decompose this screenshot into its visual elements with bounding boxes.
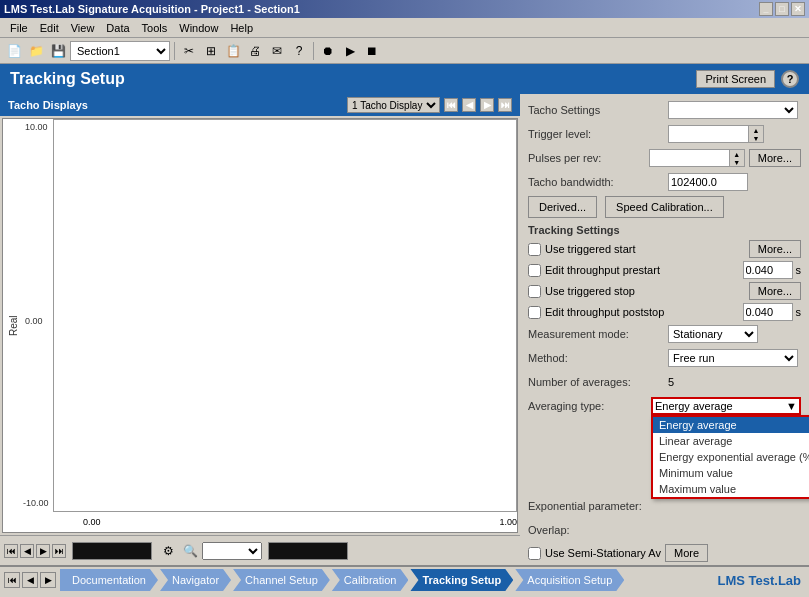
exp-param-label: Exponential parameter:	[528, 500, 668, 512]
measurement-mode-select[interactable]: Stationary	[668, 325, 758, 343]
record-button[interactable]: ⏺	[318, 41, 338, 61]
page-header: Tracking Setup Print Screen ?	[0, 64, 809, 94]
more-button-2[interactable]: More...	[749, 240, 801, 258]
edit-throughput-prestart-checkbox[interactable]	[528, 264, 541, 277]
dropdown-item-min-val[interactable]: Minimum value	[653, 465, 809, 481]
left-panel: Tacho Displays 1 Tacho Display ⏮ ◀ ▶ ⏭ R…	[0, 94, 520, 565]
x-axis: 0.00 1.00	[53, 512, 517, 532]
more-button-4[interactable]: More	[665, 544, 708, 562]
dropdown-item-linear-avg[interactable]: Linear average	[653, 433, 809, 449]
pulses-per-rev-spinner: ▲ ▼	[729, 149, 745, 167]
tacho-settings-select[interactable]	[668, 101, 798, 119]
open-button[interactable]: 📁	[26, 41, 46, 61]
section-select[interactable]: Section1	[70, 41, 170, 61]
edit-throughput-poststop-checkbox[interactable]	[528, 306, 541, 319]
menu-data[interactable]: Data	[100, 20, 135, 36]
menu-file[interactable]: File	[4, 20, 34, 36]
bc-settings-btn[interactable]: ⚙	[158, 541, 178, 561]
menu-tools[interactable]: Tools	[136, 20, 174, 36]
breadcrumb-items: Documentation Navigator Channel Setup Ca…	[60, 569, 717, 591]
bc-next-btn[interactable]: ▶	[36, 544, 50, 558]
semi-stationary-checkbox[interactable]	[528, 547, 541, 560]
tacho-nav-last[interactable]: ⏭	[498, 98, 512, 112]
main-content: Tacho Displays 1 Tacho Display ⏮ ◀ ▶ ⏭ R…	[0, 94, 809, 565]
menu-window[interactable]: Window	[173, 20, 224, 36]
chart-inner: 10.00 0.00 -10.00 0.00 1.00	[23, 119, 517, 532]
num-averages-row: Number of averages: 5	[528, 372, 801, 392]
derived-row: Derived... Speed Calibration...	[528, 196, 801, 218]
chart-grid	[53, 119, 517, 512]
help-toolbar-button[interactable]: ?	[289, 41, 309, 61]
progress-bar-right	[268, 542, 348, 560]
dropdown-item-energy-avg[interactable]: Energy average	[653, 417, 809, 433]
more-button-3[interactable]: More...	[749, 282, 801, 300]
minimize-button[interactable]: _	[759, 2, 773, 16]
pulses-down[interactable]: ▼	[730, 158, 744, 166]
nav-first-btn[interactable]: ⏮	[4, 572, 20, 588]
menu-edit[interactable]: Edit	[34, 20, 65, 36]
trigger-level-field[interactable]	[668, 125, 748, 143]
breadcrumb-tracking-setup[interactable]: Tracking Setup	[410, 569, 513, 591]
nav-next-btn[interactable]: ▶	[40, 572, 56, 588]
bottom-controls: ⏮ ◀ ▶ ⏭ ⚙ 🔍	[0, 535, 520, 565]
breadcrumb-channel-setup[interactable]: Channel Setup	[233, 569, 330, 591]
pulses-per-rev-input: ▲ ▼	[649, 149, 745, 167]
breadcrumb-acquisition-setup[interactable]: Acquisition Setup	[515, 569, 624, 591]
measurement-mode-label: Measurement mode:	[528, 328, 668, 340]
page-title: Tracking Setup	[10, 70, 125, 88]
trigger-level-up[interactable]: ▲	[749, 126, 763, 134]
maximize-button[interactable]: □	[775, 2, 789, 16]
bc-zoom-btn[interactable]: 🔍	[180, 541, 200, 561]
y-tick-zero: 0.00	[25, 317, 43, 326]
pulses-per-rev-field[interactable]	[649, 149, 729, 167]
averaging-type-trigger[interactable]: Energy average ▼	[651, 397, 801, 415]
bc-prev-btn[interactable]: ◀	[20, 544, 34, 558]
print-screen-button[interactable]: Print Screen	[696, 70, 775, 88]
nav-prev-btn[interactable]: ◀	[22, 572, 38, 588]
tacho-bandwidth-row: Tacho bandwidth:	[528, 172, 801, 192]
use-triggered-stop-checkbox[interactable]	[528, 285, 541, 298]
menu-help[interactable]: Help	[224, 20, 259, 36]
tacho-nav-prev[interactable]: ◀	[462, 98, 476, 112]
close-button[interactable]: ✕	[791, 2, 805, 16]
stop-button[interactable]: ⏹	[362, 41, 382, 61]
play-button[interactable]: ▶	[340, 41, 360, 61]
bc-view-select[interactable]	[202, 542, 262, 560]
cut-button[interactable]: ✂	[179, 41, 199, 61]
tacho-display-select[interactable]: 1 Tacho Display	[347, 97, 440, 113]
save-button[interactable]: 💾	[48, 41, 68, 61]
prestart-value-field[interactable]	[743, 261, 793, 279]
method-label: Method:	[528, 352, 668, 364]
prestart-unit: s	[796, 264, 802, 276]
menu-view[interactable]: View	[65, 20, 101, 36]
print-button[interactable]: 🖨	[245, 41, 265, 61]
poststop-value-field[interactable]	[743, 303, 793, 321]
dropdown-item-exp-avg[interactable]: Energy exponential average (%)	[653, 449, 809, 465]
breadcrumb-navigator[interactable]: Navigator	[160, 569, 231, 591]
exp-param-row: Exponential parameter:	[528, 496, 801, 516]
bc-last-btn[interactable]: ⏭	[52, 544, 66, 558]
email-button[interactable]: ✉	[267, 41, 287, 61]
use-triggered-start-checkbox[interactable]	[528, 243, 541, 256]
trigger-level-spinner: ▲ ▼	[748, 125, 764, 143]
bc-first-btn[interactable]: ⏮	[4, 544, 18, 558]
overlap-label: Overlap:	[528, 524, 668, 536]
tacho-header-controls: 1 Tacho Display ⏮ ◀ ▶ ⏭	[347, 97, 512, 113]
tacho-nav-first[interactable]: ⏮	[444, 98, 458, 112]
help-circle-button[interactable]: ?	[781, 70, 799, 88]
use-triggered-start-label: Use triggered start	[545, 243, 635, 255]
copy-button[interactable]: ⊞	[201, 41, 221, 61]
speed-calibration-button[interactable]: Speed Calibration...	[605, 196, 724, 218]
derived-button[interactable]: Derived...	[528, 196, 597, 218]
paste-button[interactable]: 📋	[223, 41, 243, 61]
new-button[interactable]: 📄	[4, 41, 24, 61]
dropdown-item-max-val[interactable]: Maximum value	[653, 481, 809, 497]
more-button-1[interactable]: More...	[749, 149, 801, 167]
breadcrumb-documentation[interactable]: Documentation	[60, 569, 158, 591]
pulses-up[interactable]: ▲	[730, 150, 744, 158]
method-select[interactable]: Free run	[668, 349, 798, 367]
tacho-nav-next[interactable]: ▶	[480, 98, 494, 112]
breadcrumb-calibration[interactable]: Calibration	[332, 569, 409, 591]
trigger-level-down[interactable]: ▼	[749, 134, 763, 142]
tacho-bandwidth-field[interactable]	[668, 173, 748, 191]
